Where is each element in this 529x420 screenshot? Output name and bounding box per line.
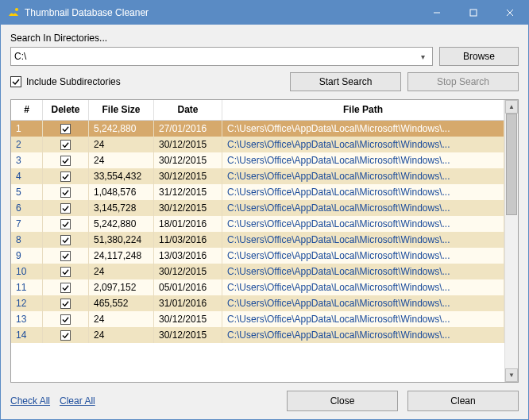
row-delete-checkbox[interactable]: [60, 299, 71, 309]
row-delete-checkbox[interactable]: [60, 314, 71, 325]
cell-path: C:\Users\Office\AppData\Local\Microsoft\…: [222, 311, 504, 327]
cell-path: C:\Users\Office\AppData\Local\Microsoft\…: [222, 232, 504, 248]
row-delete-checkbox[interactable]: [60, 283, 71, 293]
table-row[interactable]: 851,380,22411/03/2016C:\Users\Office\App…: [11, 232, 504, 248]
cell-num: 9: [11, 248, 43, 264]
cell-date: 18/01/2016: [154, 216, 222, 232]
browse-button[interactable]: Browse: [439, 47, 519, 66]
cell-date: 31/12/2015: [154, 184, 222, 200]
table-row[interactable]: 102430/12/2015C:\Users\Office\AppData\Lo…: [11, 264, 504, 279]
minimize-button[interactable]: [419, 1, 455, 25]
cell-delete: [43, 168, 89, 184]
cell-size: 33,554,432: [89, 168, 154, 184]
scroll-track[interactable]: [505, 114, 518, 368]
cell-path: C:\Users\Office\AppData\Local\Microsoft\…: [222, 264, 504, 279]
cell-delete: [43, 264, 89, 279]
table-row[interactable]: 132430/12/2015C:\Users\Office\AppData\Lo…: [11, 311, 504, 327]
row-delete-checkbox[interactable]: [60, 171, 71, 182]
cell-path: C:\Users\Office\AppData\Local\Microsoft\…: [222, 152, 504, 168]
col-header-size[interactable]: File Size: [89, 100, 154, 120]
cell-num: 5: [11, 184, 43, 200]
cell-delete: [43, 216, 89, 232]
cell-date: 30/12/2015: [154, 152, 222, 168]
cell-size: 24: [89, 311, 154, 327]
col-header-path[interactable]: File Path: [222, 100, 504, 120]
cell-delete: [43, 184, 89, 200]
cell-num: 14: [11, 327, 43, 343]
row-delete-checkbox[interactable]: [60, 187, 71, 198]
cell-num: 2: [11, 137, 43, 152]
include-subdirs-checkbox[interactable]: [10, 76, 21, 87]
cell-num: 4: [11, 168, 43, 184]
row-delete-checkbox[interactable]: [60, 156, 71, 166]
app-icon: [7, 6, 20, 19]
table-row[interactable]: 63,145,72830/12/2015C:\Users\Office\AppD…: [11, 200, 504, 216]
svg-point-0: [15, 8, 18, 11]
cell-date: 05/01/2016: [154, 279, 222, 295]
row-delete-checkbox[interactable]: [60, 235, 71, 245]
directory-combo[interactable]: C:\ ▾: [10, 47, 433, 66]
cell-size: 2,097,152: [89, 279, 154, 295]
table-header: # Delete File Size Date File Path: [11, 100, 504, 121]
cell-size: 24: [89, 137, 154, 152]
cell-delete: [43, 311, 89, 327]
cell-delete: [43, 295, 89, 311]
close-button[interactable]: [492, 1, 528, 25]
cell-size: 3,145,728: [89, 200, 154, 216]
cell-date: 30/12/2015: [154, 137, 222, 152]
table-row[interactable]: 22430/12/2015C:\Users\Office\AppData\Loc…: [11, 137, 504, 152]
table-row[interactable]: 12465,55231/01/2016C:\Users\Office\AppDa…: [11, 295, 504, 311]
cell-delete: [43, 137, 89, 152]
start-search-button[interactable]: Start Search: [290, 72, 401, 91]
row-delete-checkbox[interactable]: [60, 203, 71, 214]
cell-size: 51,380,224: [89, 232, 154, 248]
row-delete-checkbox[interactable]: [60, 140, 71, 150]
cell-size: 465,552: [89, 295, 154, 311]
directory-value: C:\: [14, 51, 416, 62]
cell-date: 30/12/2015: [154, 168, 222, 184]
cell-path: C:\Users\Office\AppData\Local\Microsoft\…: [222, 200, 504, 216]
cell-date: 30/12/2015: [154, 264, 222, 279]
table-row[interactable]: 75,242,88018/01/2016C:\Users\Office\AppD…: [11, 216, 504, 232]
col-header-delete[interactable]: Delete: [43, 100, 89, 120]
cell-path: C:\Users\Office\AppData\Local\Microsoft\…: [222, 216, 504, 232]
table-row[interactable]: 433,554,43230/12/2015C:\Users\Office\App…: [11, 168, 504, 184]
row-delete-checkbox[interactable]: [60, 124, 71, 134]
table-row[interactable]: 142430/12/2015C:\Users\Office\AppData\Lo…: [11, 327, 504, 343]
cell-num: 6: [11, 200, 43, 216]
clean-button[interactable]: Clean: [407, 391, 519, 411]
cell-num: 10: [11, 264, 43, 279]
col-header-date[interactable]: Date: [154, 100, 222, 120]
cell-delete: [43, 327, 89, 343]
cell-path: C:\Users\Office\AppData\Local\Microsoft\…: [222, 248, 504, 264]
maximize-button[interactable]: [455, 1, 492, 25]
cell-path: C:\Users\Office\AppData\Local\Microsoft\…: [222, 168, 504, 184]
table-row[interactable]: 15,242,88027/01/2016C:\Users\Office\AppD…: [11, 121, 504, 137]
table-row[interactable]: 51,048,57631/12/2015C:\Users\Office\AppD…: [11, 184, 504, 200]
row-delete-checkbox[interactable]: [60, 251, 71, 261]
check-all-link[interactable]: Check All: [10, 395, 50, 407]
vertical-scrollbar[interactable]: ▲ ▼: [504, 100, 518, 382]
table-row[interactable]: 924,117,24813/03/2016C:\Users\Office\App…: [11, 248, 504, 264]
cell-num: 8: [11, 232, 43, 248]
search-label: Search In Directories...: [10, 33, 519, 44]
scroll-down-button[interactable]: ▼: [505, 368, 518, 382]
chevron-down-icon: ▾: [416, 52, 429, 61]
table-row[interactable]: 112,097,15205/01/2016C:\Users\Office\App…: [11, 279, 504, 295]
cell-date: 27/01/2016: [154, 121, 222, 137]
cell-date: 30/12/2015: [154, 327, 222, 343]
include-subdirs-label: Include Subdirectories: [26, 76, 121, 87]
scroll-up-button[interactable]: ▲: [505, 100, 518, 114]
scroll-thumb[interactable]: [506, 114, 517, 215]
row-delete-checkbox[interactable]: [60, 330, 71, 341]
row-delete-checkbox[interactable]: [60, 267, 71, 277]
content-area: Search In Directories... C:\ ▾ Browse In…: [1, 25, 528, 419]
close-app-button[interactable]: Close: [287, 391, 398, 411]
cell-num: 13: [11, 311, 43, 327]
clear-all-link[interactable]: Clear All: [60, 395, 95, 407]
col-header-num[interactable]: #: [11, 100, 43, 120]
titlebar[interactable]: Thumbnail Database Cleaner: [1, 1, 528, 25]
stop-search-button[interactable]: Stop Search: [407, 72, 519, 91]
table-row[interactable]: 32430/12/2015C:\Users\Office\AppData\Loc…: [11, 152, 504, 168]
row-delete-checkbox[interactable]: [60, 219, 71, 229]
